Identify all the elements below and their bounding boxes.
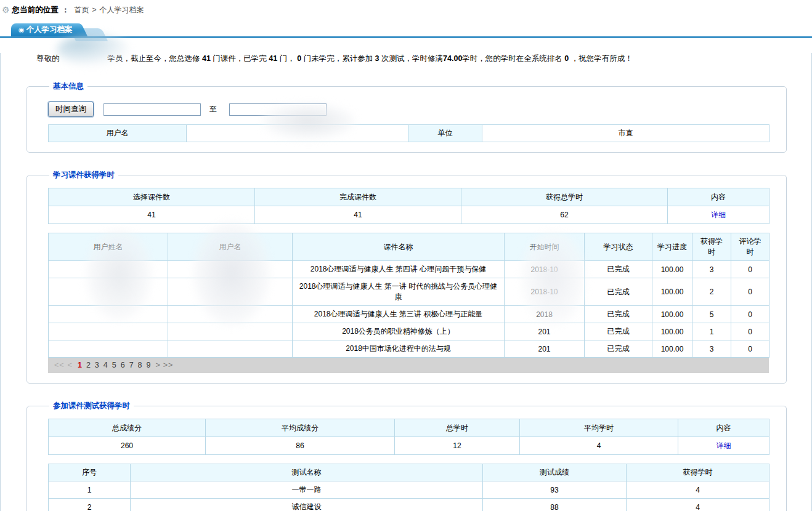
table-row: 2018公务员的职业精神修炼（上） 201 已完成 100.00 1 0 xyxy=(49,323,769,340)
header-finished-course-count: 完成课件数 xyxy=(255,188,461,206)
cell-comment-hours: 0 xyxy=(731,306,769,323)
tab-label: 个人学习档案 xyxy=(26,25,73,34)
header-total-test-hours: 总学时 xyxy=(395,419,520,437)
value-total-hours: 62 xyxy=(461,206,668,224)
col-user-fullname: 用户姓名 xyxy=(49,233,168,261)
cell-progress: 100.00 xyxy=(652,323,692,340)
page-number-6[interactable]: 6 xyxy=(121,361,126,369)
greeting-segment: ，祝您学有所成！ xyxy=(569,54,632,63)
cell-test-name: 诚信建设 xyxy=(131,499,483,511)
date-from-input[interactable] xyxy=(104,103,201,116)
page-next-button[interactable]: > xyxy=(156,361,161,369)
cell-user-fullname xyxy=(49,278,168,306)
course-detail-table: 用户姓名 用户名 课件名称 开始时间 学习状态 学习进度 获得学时 评论学时 2… xyxy=(48,233,769,358)
cell-test-hours: 4 xyxy=(627,499,769,511)
cell-study-status: 已完成 xyxy=(585,261,652,278)
cell-index: 1 xyxy=(49,481,131,499)
cell-start-time: 2018 xyxy=(505,306,585,323)
header-average-score: 平均成绩分 xyxy=(206,419,395,437)
greeting-segment: 门， xyxy=(277,54,297,63)
page-number-8[interactable]: 8 xyxy=(138,361,143,369)
cell-progress: 100.00 xyxy=(652,306,692,323)
page-number-1[interactable]: 1 xyxy=(78,361,83,369)
cell-hours: 3 xyxy=(692,261,731,278)
page-number-3[interactable]: 3 xyxy=(95,361,100,369)
stat-total-hours: 74.00 xyxy=(443,54,462,63)
col-test-name: 测试名称 xyxy=(131,464,483,481)
gear-icon: ⚙ xyxy=(2,5,10,15)
header-total-score: 总成绩分 xyxy=(49,419,206,437)
col-hours: 获得学时 xyxy=(692,233,731,261)
course-summary-table: 选择课件数 完成课件数 获得总学时 内容 41 41 62 详细 xyxy=(48,188,769,224)
cell-test-score: 93 xyxy=(483,481,627,499)
page-number-4[interactable]: 4 xyxy=(104,361,108,369)
stat-finished-count: 41 xyxy=(269,54,277,63)
header-total-hours: 获得总学时 xyxy=(461,188,668,206)
basic-info-section: 基本信息 时间查询 至 用户名 单位 市直 xyxy=(26,81,787,153)
cell-comment-hours: 0 xyxy=(731,323,769,340)
main-content: 尊敬的学员，截止至今，您总选修 41 门课件，已学完 41 门， 0 门未学完，… xyxy=(0,53,812,511)
cell-study-status: 已完成 xyxy=(585,340,652,358)
cell-course-title: 2018中国市场化进程中的法与规 xyxy=(293,340,505,358)
cell-hours: 1 xyxy=(692,323,731,340)
page-first-button[interactable]: << xyxy=(54,361,65,369)
col-test-score: 测试成绩 xyxy=(483,464,627,481)
cell-course-title: 2018心理调适与健康人生 第三讲 积极心理与正能量 xyxy=(293,306,505,323)
cell-comment-hours: 0 xyxy=(731,340,769,358)
cell-user-fullname xyxy=(49,340,168,358)
test-detail-table: 序号 测试名称 测试成绩 获得学时 1 一带一路 93 4 2 诚信建设 88 … xyxy=(48,464,769,511)
value-total-score: 260 xyxy=(49,437,206,455)
unit-label-cell: 单位 xyxy=(408,125,482,142)
greeting-segment: 门未学完，累计参加 xyxy=(301,54,375,63)
value-total-test-hours: 12 xyxy=(395,437,520,455)
table-row: 2 诚信建设 88 4 xyxy=(49,499,769,511)
cell-study-status: 已完成 xyxy=(585,306,652,323)
col-study-status: 学习状态 xyxy=(585,233,652,261)
col-index: 序号 xyxy=(49,464,131,481)
cell-course-title: 2018心理调适与健康人生 第四讲 心理问题干预与保健 xyxy=(293,261,505,278)
time-query-button[interactable]: 时间查询 xyxy=(48,102,94,117)
cell-start-time: 201 xyxy=(505,340,585,358)
username-value-cell xyxy=(187,125,408,142)
test-detail-link[interactable]: 详细 xyxy=(717,441,731,450)
time-query-row: 时间查询 至 xyxy=(48,102,770,117)
table-row: 41 41 62 详细 xyxy=(49,206,769,224)
page: ⚙ 您当前的位置 ： 首页 > 个人学习档案 ◉个人学习档案 尊敬的学员，截止至… xyxy=(0,0,812,511)
table-row: 2018心理调适与健康人生 第四讲 心理问题干预与保健 2018-10 已完成 … xyxy=(49,261,769,278)
date-range-to-label: 至 xyxy=(209,104,217,115)
cell-course-title: 2018公务员的职业精神修炼（上） xyxy=(293,323,505,340)
date-to-input[interactable] xyxy=(229,103,327,116)
page-number-7[interactable]: 7 xyxy=(129,361,134,369)
stat-test-count: 3 xyxy=(375,54,380,63)
value-average-hours: 4 xyxy=(520,437,678,455)
cell-start-time: 2018-10 xyxy=(505,278,585,306)
cell-study-status: 已完成 xyxy=(585,323,652,340)
tab-personal-learning-archive[interactable]: ◉个人学习档案 xyxy=(11,23,78,36)
value-selected-course-count: 41 xyxy=(49,206,255,224)
table-header-row: 用户姓名 用户名 课件名称 开始时间 学习状态 学习进度 获得学时 评论学时 xyxy=(49,233,769,261)
page-number-9[interactable]: 9 xyxy=(147,361,152,369)
tab-bar: ◉个人学习档案 xyxy=(0,23,812,36)
cell-username xyxy=(168,261,293,278)
cell-user-fullname xyxy=(49,323,168,340)
test-summary-table: 总成绩分 平均成绩分 总学时 平均学时 内容 260 86 12 4 详细 xyxy=(48,419,769,455)
header-content: 内容 xyxy=(668,188,769,206)
page-prev-button[interactable]: < xyxy=(68,361,73,369)
table-row: 选择课件数 完成课件数 获得总学时 内容 xyxy=(49,188,769,206)
col-comment-hours: 评论学时 xyxy=(731,233,769,261)
course-detail-link[interactable]: 详细 xyxy=(711,211,726,219)
cell-username xyxy=(168,340,293,358)
pagination: <<<123456789>>> xyxy=(48,358,769,373)
page-number-5[interactable]: 5 xyxy=(112,361,117,369)
cell-comment-hours: 0 xyxy=(731,278,769,306)
course-credit-section: 学习课件获得学时 选择课件数 完成课件数 获得总学时 内容 41 41 62 详… xyxy=(26,170,787,384)
page-number-2[interactable]: 2 xyxy=(86,361,91,369)
cell-course-title: 2018心理调适与健康人生 第一讲 时代的挑战与公务员心理健康 xyxy=(293,278,505,306)
cell-hours: 5 xyxy=(692,306,731,323)
unit-value-cell: 市直 xyxy=(482,125,769,142)
stat-selected-count: 41 xyxy=(202,54,211,63)
page-last-button[interactable]: >> xyxy=(163,361,174,369)
breadcrumb-home-link[interactable]: 首页 xyxy=(75,5,89,15)
cell-index: 2 xyxy=(49,499,131,511)
cell-start-time: 2018-10 xyxy=(505,261,585,278)
